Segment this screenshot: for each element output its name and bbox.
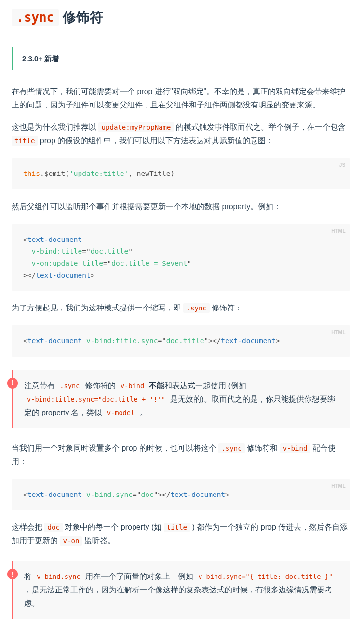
text: 。 [137,408,147,416]
inline-code: v-bind.sync="{ title: doc.title }" [195,572,335,581]
text: 当我们用一个对象同时设置多个 prop 的时候，也可以将这个 [12,444,218,452]
tok: ></ [23,271,36,279]
tok: ></ [208,337,221,345]
lang-label: HTML [331,328,346,336]
tok: text-document [27,337,82,345]
text: 修饰符的 [82,381,118,389]
tok: text-document [171,491,226,498]
paragraph-5: 当我们用一个对象同时设置多个 prop 的时候，也可以将这个 .sync 修饰符… [12,442,350,469]
tok: " [204,337,208,345]
text: 和表达式一起使用 (例如 [164,381,246,389]
tok: = [133,491,137,498]
inline-code: v-bind [118,381,147,390]
paragraph-4: 为了方便起见，我们为这种模式提供一个缩写，即 .sync 修饰符： [12,301,350,315]
tok [23,247,31,255]
inline-code: update:myPropName [98,122,174,132]
tok: = [82,247,86,255]
paragraph-6: 这样会把 doc 对象中的每一个 property (如 title ) 都作为… [12,521,350,548]
inline-code: v-bind [280,443,310,453]
warning-box-2: 将 v-bind.sync 用在一个字面量的对象上，例如 v-bind.sync… [12,561,350,619]
tok: text-document [27,236,82,243]
tok: , newTitle) [128,170,174,177]
tok [23,259,31,267]
inline-code: .sync [57,381,82,390]
code-block-html-1: HTML<text-document v-bind:title="doc.tit… [12,224,350,291]
text: 用在一个字面量的对象上，例如 [83,572,196,580]
tok: v-on:update:title [31,259,103,267]
code-block-html-3: HTML<text-document v-bind.sync="doc"></t… [12,479,350,510]
text: 修饰符和 [245,444,280,452]
inline-code: .sync [183,303,209,313]
inline-code: v-model [104,408,137,417]
text: 的模式触发事件取而代之。举个例子，在一个包含 [174,123,346,131]
code-block-html-2: HTML<text-document v-bind:title.sync="do… [12,325,350,357]
inline-code: v-bind:title.sync="doc.title + '!'" [24,394,168,404]
lang-label: HTML [331,482,346,490]
text: 对象中的每一个 property (如 [63,523,164,531]
bold-text: 不能 [149,381,164,389]
tok: = [103,259,107,267]
tok: < [23,337,27,345]
tok: doc.title [91,247,129,255]
tok: > [276,337,280,345]
tok: doc.title [166,337,204,345]
tok: .$emit( [40,170,69,177]
text: 这样会把 [12,523,44,531]
warning-box-1: 注意带有 .sync 修饰符的 v-bind 不能和表达式一起使用 (例如 v-… [12,370,350,428]
text: ，是无法正常工作的，因为在解析一个像这样的复杂表达式的时候，有很多边缘情况需要考… [24,586,333,607]
tok: " [86,247,91,255]
inline-code: title [164,523,190,532]
tok: doc.title = $event [111,259,187,267]
text: 这也是为什么我们推荐以 [12,123,98,131]
text: 注意带有 [24,381,57,389]
tok: " [128,247,133,255]
heading-suffix: 修饰符 [59,10,103,25]
content-container: .sync 修饰符 2.3.0+ 新增 在有些情况下，我们可能需要对一个 pro… [0,0,362,644]
tok [82,337,86,345]
tok: this [23,170,40,177]
inline-code: v-on [60,536,82,546]
code-block-js: JSthis.$emit('update:title', newTitle) [12,158,350,189]
tok: text-document [221,337,276,345]
tok: > [225,491,229,498]
tok: = [158,337,162,345]
tok: text-document [27,491,82,498]
tok: " [162,337,166,345]
text: 修饰符： [210,304,242,312]
lang-label: HTML [331,227,346,235]
text: 为了方便起见，我们为这种模式提供一个缩写，即 [12,304,183,312]
paragraph-3: 然后父组件可以监听那个事件并根据需要更新一个本地的数据 property。例如： [12,200,350,214]
tok: text-document [36,271,91,279]
text: 将 [24,572,34,580]
inline-code: v-bind.sync [34,572,83,581]
tok: 'update:title' [69,170,128,177]
tok: < [23,491,27,498]
tok: < [23,236,27,243]
tok: > [91,271,95,279]
tok: ></ [158,491,170,498]
inline-code: .sync [218,443,244,453]
tok: " [187,259,191,267]
paragraph-2: 这也是为什么我们推荐以 update:myPropName 的模式触发事件取而代… [12,121,350,148]
tok: v-bind.sync [86,491,133,498]
paragraph-1: 在有些情况下，我们可能需要对一个 prop 进行"双向绑定"。不幸的是，真正的双… [12,85,350,112]
heading-code: .sync [12,9,59,26]
tok [82,491,86,498]
inline-code: title [12,136,38,146]
text: prop 的假设的组件中，我们可以用以下方法表达对其赋新值的意图： [38,136,273,145]
tok: doc [141,491,153,498]
version-note: 2.3.0+ 新增 [12,47,350,71]
tok: v-bind:title.sync [86,337,158,345]
inline-code: doc [44,523,62,532]
text: 监听器。 [82,537,115,545]
page-title: .sync 修饰符 [12,6,350,36]
lang-label: JS [339,161,346,169]
tok: v-bind:title [31,247,82,255]
